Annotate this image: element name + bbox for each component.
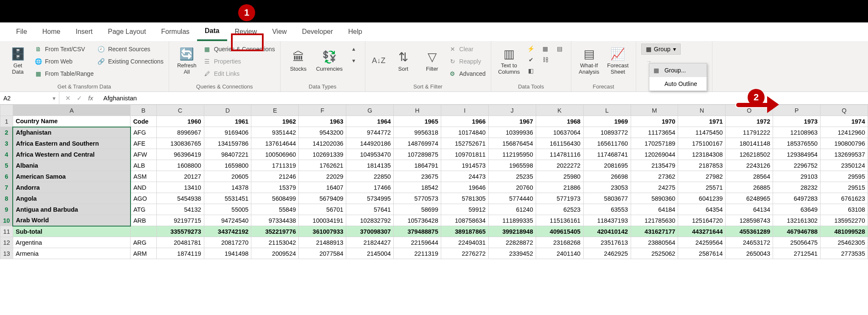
cell[interactable]: 94724540 — [204, 215, 251, 226]
formula-input[interactable] — [99, 94, 353, 102]
cell[interactable]: 2022272 — [536, 160, 583, 171]
cell[interactable]: AFW — [131, 149, 156, 160]
cell[interactable]: 5771973 — [536, 193, 583, 204]
cell[interactable]: 20481781 — [156, 237, 204, 248]
cell[interactable]: 100034191 — [299, 215, 346, 226]
cell[interactable]: 144920186 — [346, 138, 394, 149]
cell[interactable]: 2135479 — [631, 160, 678, 171]
cell[interactable]: 152752671 — [441, 138, 488, 149]
cell[interactable]: 27362 — [631, 171, 678, 182]
row-header[interactable]: 12 — [0, 237, 13, 248]
spreadsheet[interactable]: ABCDEFGHIJKLMNOPQ 1Country NameCode19601… — [0, 105, 868, 259]
sort-button[interactable]: ⇅ Sort — [391, 44, 416, 77]
cell[interactable]: 29103 — [773, 171, 821, 182]
cell[interactable]: 114781116 — [536, 149, 583, 160]
cell[interactable]: 123184308 — [678, 149, 726, 160]
cell[interactable]: 12412960 — [821, 127, 868, 138]
cell[interactable]: 112195950 — [488, 149, 536, 160]
cell[interactable]: 64134 — [726, 204, 773, 215]
cell[interactable]: 148769974 — [394, 138, 441, 149]
col-header[interactable]: N — [678, 105, 726, 116]
col-header[interactable]: M — [631, 105, 678, 116]
cell[interactable]: 25056475 — [773, 237, 821, 248]
cell[interactable]: 161156430 — [536, 138, 583, 149]
cell[interactable]: 125164720 — [678, 215, 726, 226]
cell[interactable]: 13410 — [156, 182, 204, 193]
cell[interactable]: 59912 — [441, 204, 488, 215]
cell[interactable]: 121785630 — [631, 215, 678, 226]
clear-button[interactable]: ✕Clear — [448, 44, 486, 55]
tab-view[interactable]: View — [264, 22, 294, 41]
text-to-columns-button[interactable]: ▥ Text to Columns — [496, 44, 522, 77]
tab-help[interactable]: Help — [341, 22, 370, 41]
cell[interactable]: AND — [131, 182, 156, 193]
filter-button[interactable]: ▽ Filter — [420, 44, 445, 77]
cell[interactable]: 343742192 — [204, 226, 251, 237]
cell[interactable]: 5890360 — [631, 193, 678, 204]
cell[interactable]: 185376550 — [773, 138, 821, 149]
cell[interactable]: 28564 — [726, 171, 773, 182]
tab-page-layout[interactable]: Page Layout — [100, 22, 153, 41]
row-header[interactable]: 1 — [0, 116, 13, 127]
cell[interactable]: Arab World — [13, 215, 130, 226]
cell[interactable]: 1974 — [821, 116, 868, 127]
cell[interactable]: 23880564 — [631, 237, 678, 248]
cell[interactable]: 26698 — [583, 171, 631, 182]
cancel-icon[interactable]: ✕ — [65, 94, 71, 102]
cell[interactable]: Armenia — [13, 248, 130, 259]
cell[interactable]: Afghanistan — [13, 127, 130, 138]
cell[interactable]: 29515 — [821, 182, 868, 193]
properties-button[interactable]: ☰Properties — [203, 56, 275, 67]
cell[interactable]: 24259564 — [678, 237, 726, 248]
cell[interactable]: 21824427 — [346, 237, 394, 248]
cell[interactable]: 118437193 — [583, 215, 631, 226]
cell[interactable]: 6248965 — [726, 193, 773, 204]
cell[interactable]: 20605 — [204, 171, 251, 182]
group-button[interactable]: ▦ Group ▾ — [641, 44, 681, 55]
col-header[interactable]: A — [13, 105, 130, 116]
cell[interactable]: 11475450 — [678, 127, 726, 138]
col-header[interactable]: L — [583, 105, 631, 116]
cell[interactable]: 1972 — [726, 116, 773, 127]
cell[interactable]: 25462305 — [821, 237, 868, 248]
cell[interactable]: 55849 — [251, 204, 299, 215]
cell[interactable]: 9351442 — [251, 127, 299, 138]
cell[interactable]: 5781305 — [441, 193, 488, 204]
cell[interactable]: 92197715 — [156, 215, 204, 226]
cell[interactable]: 190800796 — [821, 138, 868, 149]
cell[interactable]: 361007933 — [299, 226, 346, 237]
cell[interactable]: 1973 — [773, 116, 821, 127]
cell[interactable]: 57641 — [346, 204, 394, 215]
col-header[interactable]: D — [204, 105, 251, 116]
cell[interactable]: 22828872 — [488, 237, 536, 248]
recent-sources-button[interactable]: 🕘Recent Sources — [97, 44, 164, 55]
reapply-button[interactable]: ↻Reapply — [448, 56, 486, 67]
cell[interactable]: 1966 — [441, 116, 488, 127]
tab-formulas[interactable]: Formulas — [153, 22, 197, 41]
cell[interactable]: 170257189 — [631, 138, 678, 149]
cell[interactable]: 26885 — [726, 182, 773, 193]
whatif-button[interactable]: ▤ What-If Analysis — [576, 44, 602, 77]
cell[interactable]: 5679409 — [299, 193, 346, 204]
cell[interactable]: 22850 — [346, 171, 394, 182]
cell[interactable]: 370098307 — [346, 226, 394, 237]
cell[interactable]: 23053 — [583, 182, 631, 193]
cell[interactable]: 115136161 — [536, 215, 583, 226]
cell[interactable]: 2339452 — [488, 248, 536, 259]
cell[interactable]: ARM — [131, 248, 156, 259]
cell[interactable]: Africa Eastern and Southern — [13, 138, 130, 149]
cell[interactable]: 23675 — [394, 171, 441, 182]
cell[interactable]: AGO — [131, 193, 156, 204]
cell[interactable]: 9744772 — [346, 127, 394, 138]
cell[interactable]: 10174840 — [441, 127, 488, 138]
cell[interactable]: 109701811 — [441, 149, 488, 160]
cell[interactable]: 2712541 — [773, 248, 821, 259]
cell[interactable]: 25980 — [536, 171, 583, 182]
cell[interactable]: 23517613 — [583, 237, 631, 248]
cell[interactable]: 1914573 — [441, 160, 488, 171]
row-header[interactable]: 5 — [0, 160, 13, 171]
row-header[interactable]: 13 — [0, 248, 13, 259]
cell[interactable]: 1971 — [678, 116, 726, 127]
cell[interactable]: 20760 — [488, 182, 536, 193]
manage-model-icon[interactable]: ◧ — [525, 66, 537, 76]
